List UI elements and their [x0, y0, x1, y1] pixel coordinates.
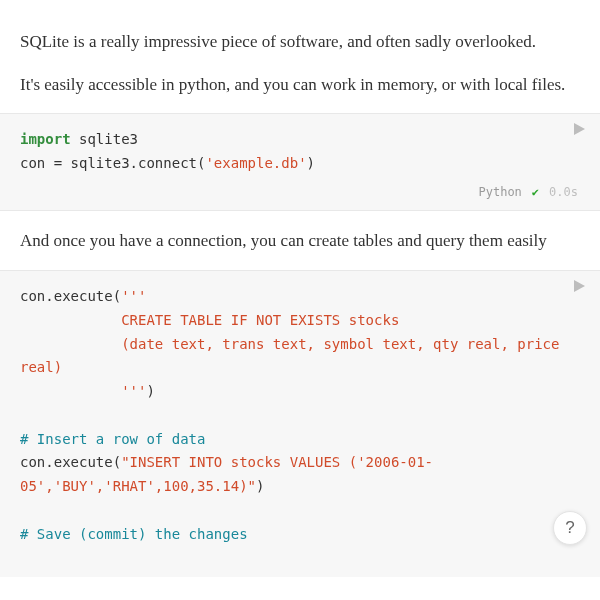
token-string: (date text, trans text, symbol text, qty… [20, 336, 568, 376]
svg-marker-1 [574, 280, 585, 292]
play-icon [572, 122, 586, 136]
svg-marker-0 [574, 123, 585, 135]
paragraph-1: SQLite is a really impressive piece of s… [20, 30, 580, 55]
token-comment: # Save (commit) the changes [20, 526, 248, 542]
question-icon: ? [565, 518, 574, 538]
token: ) [307, 155, 315, 171]
token-keyword: import [20, 131, 71, 147]
paragraph-2: It's easily accessible in python, and yo… [20, 73, 580, 98]
run-button-1[interactable] [572, 122, 586, 136]
play-icon [572, 279, 586, 293]
cell-runtime: 0.0s [549, 182, 578, 202]
check-icon: ✔ [532, 182, 539, 202]
token: ) [146, 383, 154, 399]
token: sqlite3 [71, 131, 138, 147]
cell-language: Python [479, 182, 522, 202]
cell-meta-1: Python ✔ 0.0s [20, 176, 580, 202]
token-comment: # Insert a row of data [20, 431, 205, 447]
token-string: 'example.db' [205, 155, 306, 171]
token: con.execute( [20, 454, 121, 470]
code-cell-2: con.execute(''' CREATE TABLE IF NOT EXIS… [0, 270, 600, 577]
help-button[interactable]: ? [553, 511, 587, 545]
token: ) [256, 478, 264, 494]
run-button-2[interactable] [572, 279, 586, 293]
token-string: ''' [121, 288, 146, 304]
token: con = sqlite3.connect( [20, 155, 205, 171]
code-block-2[interactable]: con.execute(''' CREATE TABLE IF NOT EXIS… [20, 285, 580, 547]
code-cell-1: import sqlite3 con = sqlite3.connect('ex… [0, 113, 600, 211]
token: con.execute( [20, 288, 121, 304]
token-string: CREATE TABLE IF NOT EXISTS stocks [20, 312, 399, 328]
paragraph-3: And once you have a connection, you can … [20, 229, 580, 254]
token-string: ''' [20, 383, 146, 399]
code-block-1[interactable]: import sqlite3 con = sqlite3.connect('ex… [20, 128, 580, 176]
